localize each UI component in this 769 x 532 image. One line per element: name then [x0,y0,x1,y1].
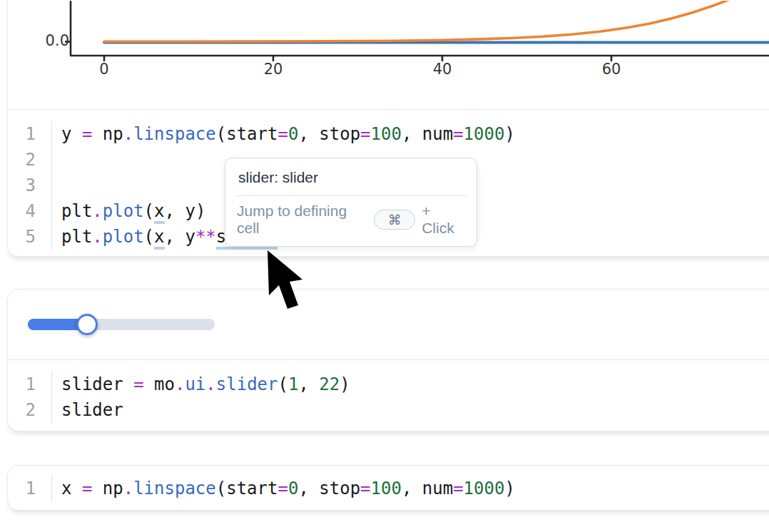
code-text[interactable]: plt.plot(x, y) [51,198,205,224]
code-text[interactable]: slider = mo.ui.slider(1, 22) [51,372,350,397]
code-text[interactable] [51,147,61,173]
notebook-page: 0.0 0204060 1y = np.linspace(start=0, st… [0,0,769,532]
code-editor-x[interactable]: 1x = np.linspace(start=0, stop=100, num=… [8,466,769,511]
line-number: 4 [8,198,51,224]
cross-cell-variable[interactable]: x [154,227,164,250]
code-text[interactable]: slider [51,397,123,423]
y-axis-tick-label: 0.0 [36,32,69,49]
code-line[interactable]: 1y = np.linspace(start=0, stop=100, num=… [8,121,769,147]
x-axis-tick-label: 0 [99,61,108,78]
cell-x: 1x = np.linspace(start=0, stop=100, num=… [7,465,769,511]
code-text[interactable]: y = np.linspace(start=0, stop=100, num=1… [51,121,515,147]
line-number: 1 [8,476,51,501]
matplotlib-chart: 0.0 0204060 [8,1,769,109]
cross-cell-variable[interactable]: x [154,201,164,224]
tooltip-click-hint: + Click [422,203,465,237]
x-axis-tick-label: 20 [264,61,283,78]
code-line[interactable]: 1slider = mo.ui.slider(1, 22) [8,372,769,397]
jump-to-defining-cell-action[interactable]: Jump to defining cell [237,203,367,237]
slider-output [8,290,769,359]
cell-slider: 1slider = mo.ui.slider(1, 22)2slider [7,289,769,431]
tooltip-title: slider: slider [225,158,477,195]
line-number: 3 [8,173,51,198]
x-axis-tick-label: 60 [602,61,621,78]
line-number: 2 [8,147,51,173]
variable-tooltip: slider: slider Jump to defining cell ⌘ +… [225,158,477,247]
line-number: 1 [8,121,51,147]
line-number: 1 [8,372,51,397]
line-number: 5 [8,224,51,250]
command-key-icon: ⌘ [374,210,415,230]
code-text[interactable]: x = np.linspace(start=0, stop=100, num=1… [51,476,515,501]
code-line[interactable]: 2slider [8,397,769,423]
slider-track[interactable] [28,319,215,330]
chart-canvas [8,1,769,109]
code-line[interactable]: 1x = np.linspace(start=0, stop=100, num=… [8,476,769,501]
x-axis-tick-label: 40 [433,61,452,78]
code-editor-slider[interactable]: 1slider = mo.ui.slider(1, 22)2slider [8,360,769,432]
slider-thumb[interactable] [76,314,98,335]
line-number: 2 [8,397,51,423]
code-text[interactable] [51,173,61,198]
plot-output: 0.0 0204060 [8,0,769,109]
